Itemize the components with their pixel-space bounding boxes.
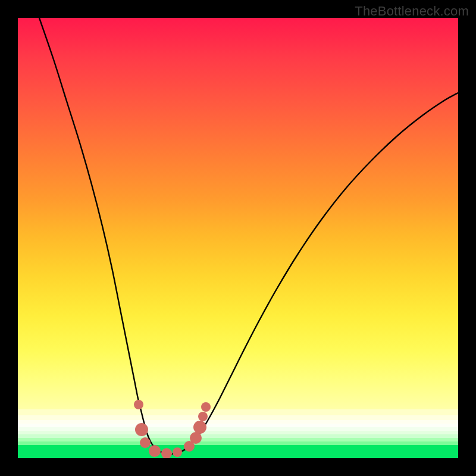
watermark-text: TheBottleneck.com <box>355 4 469 19</box>
data-nodes <box>18 18 458 458</box>
data-node <box>134 400 143 409</box>
data-node <box>193 421 206 434</box>
chart-frame: TheBottleneck.com <box>0 0 476 476</box>
data-node <box>140 437 151 448</box>
plot-area <box>18 18 458 458</box>
data-node <box>190 432 202 444</box>
data-node <box>135 423 148 436</box>
data-node <box>161 448 172 458</box>
data-node <box>149 445 161 457</box>
data-node <box>173 447 182 457</box>
data-node <box>198 412 208 421</box>
data-node <box>201 402 211 412</box>
